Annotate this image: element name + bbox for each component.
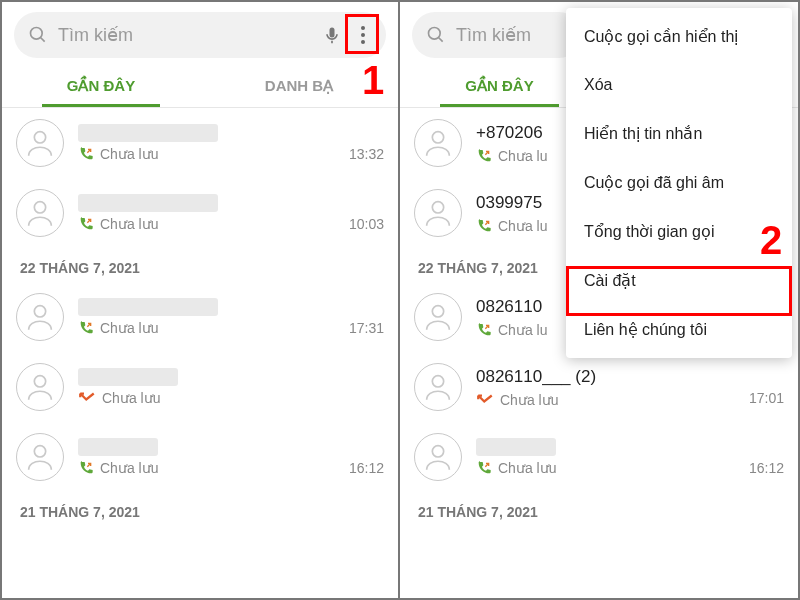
svg-point-4 xyxy=(361,26,365,30)
call-sub: Chưa lưu xyxy=(102,390,160,406)
call-name xyxy=(78,368,178,386)
search-bar[interactable]: Tìm kiếm xyxy=(14,12,386,58)
svg-point-7 xyxy=(34,132,45,143)
tab-recent[interactable]: GẦN ĐÂY xyxy=(2,64,200,107)
avatar-icon xyxy=(16,119,64,167)
svg-line-13 xyxy=(439,38,443,42)
menu-item-show-messages[interactable]: Hiển thị tin nhắn xyxy=(566,109,792,158)
call-name xyxy=(78,124,218,142)
call-sub: Chưa lưu xyxy=(498,460,556,476)
menu-item-delete[interactable]: Xóa xyxy=(566,61,792,109)
overflow-menu-icon[interactable] xyxy=(350,25,376,45)
date-header: 21 THÁNG 7, 2021 xyxy=(2,492,398,526)
call-row[interactable]: Chưa lưu 16:12 xyxy=(2,422,398,492)
menu-item-total-call-time[interactable]: Tổng thời gian gọi xyxy=(566,207,792,256)
svg-point-6 xyxy=(361,40,365,44)
menu-item-recorded-calls[interactable]: Cuộc gọi đã ghi âm xyxy=(566,158,792,207)
svg-point-10 xyxy=(34,376,45,387)
call-name xyxy=(78,438,158,456)
svg-point-9 xyxy=(34,306,45,317)
call-sub: Chưa lưu xyxy=(500,392,558,408)
avatar-icon xyxy=(16,189,64,237)
svg-point-8 xyxy=(34,202,45,213)
call-outgoing-icon xyxy=(78,216,94,232)
avatar-icon xyxy=(16,363,64,411)
call-outgoing-icon xyxy=(476,218,492,234)
svg-point-15 xyxy=(432,202,443,213)
call-name xyxy=(78,298,218,316)
call-time: 16:12 xyxy=(749,438,784,476)
call-row[interactable]: Chưa lưu 10:03 xyxy=(2,178,398,248)
search-icon xyxy=(28,25,48,45)
date-header: 22 THÁNG 7, 2021 xyxy=(2,248,398,282)
svg-point-0 xyxy=(31,28,43,40)
call-outgoing-icon xyxy=(476,148,492,164)
call-missed-icon xyxy=(476,392,494,408)
avatar-icon xyxy=(414,433,462,481)
call-list: Chưa lưu 13:32 Chưa lưu xyxy=(2,108,398,526)
call-sub: Chưa lưu xyxy=(100,216,158,232)
search-bar[interactable]: Tìm kiếm xyxy=(412,12,582,58)
call-time: 17:01 xyxy=(749,368,784,406)
svg-point-16 xyxy=(432,306,443,317)
pane-step1: Tìm kiếm GẦN ĐÂY DANH BẠ xyxy=(2,2,400,598)
call-row[interactable]: Chưa lưu 13:32 xyxy=(2,108,398,178)
overflow-menu: Cuộc gọi cần hiển thị Xóa Hiển thị tin n… xyxy=(566,8,792,358)
call-sub: Chưa lưu xyxy=(100,320,158,336)
svg-point-5 xyxy=(361,33,365,37)
call-sub: Chưa lưu xyxy=(100,460,158,476)
call-sub: Chưa lưu xyxy=(100,146,158,162)
call-name xyxy=(78,194,218,212)
tab-contacts[interactable]: DANH BẠ xyxy=(200,64,398,107)
menu-item-contact-us[interactable]: Liên hệ chúng tôi xyxy=(566,305,792,354)
menu-item-calls-to-show[interactable]: Cuộc gọi cần hiển thị xyxy=(566,12,792,61)
avatar-icon xyxy=(414,189,462,237)
call-sub: Chưa lu xyxy=(498,148,547,164)
call-outgoing-icon xyxy=(78,320,94,336)
avatar-icon xyxy=(16,433,64,481)
call-outgoing-icon xyxy=(78,460,94,476)
call-row[interactable]: Chưa lưu 16:12 xyxy=(400,422,798,492)
call-outgoing-icon xyxy=(476,322,492,338)
call-sub: Chưa lu xyxy=(498,218,547,234)
avatar-icon xyxy=(16,293,64,341)
call-time: 17:31 xyxy=(349,298,384,336)
svg-point-11 xyxy=(34,446,45,457)
tabs: GẦN ĐÂY DANH BẠ xyxy=(2,64,398,108)
call-row[interactable]: Chưa lưu 17:31 xyxy=(2,282,398,352)
search-placeholder: Tìm kiếm xyxy=(58,24,322,46)
search-icon xyxy=(426,25,446,45)
svg-point-18 xyxy=(432,446,443,457)
svg-point-12 xyxy=(429,28,441,40)
svg-line-1 xyxy=(41,38,45,42)
avatar-icon xyxy=(414,293,462,341)
call-time: 16:12 xyxy=(349,438,384,476)
call-row[interactable]: Chưa lưu xyxy=(2,352,398,422)
svg-point-17 xyxy=(432,376,443,387)
call-row[interactable]: 0826110___ (2) Chưa lưu 17:01 xyxy=(400,352,798,422)
mic-icon[interactable] xyxy=(322,25,342,45)
menu-item-settings[interactable]: Cài đặt xyxy=(566,256,792,305)
call-sub: Chưa lu xyxy=(498,322,547,338)
call-missed-icon xyxy=(78,390,96,406)
date-header: 21 THÁNG 7, 2021 xyxy=(400,492,798,526)
call-time: 10:03 xyxy=(349,194,384,232)
call-time: 13:32 xyxy=(349,124,384,162)
avatar-icon xyxy=(414,119,462,167)
search-placeholder: Tìm kiếm xyxy=(456,24,572,46)
call-name: 0826110___ (2) xyxy=(476,366,741,388)
call-name xyxy=(476,438,556,456)
pane-step2: Tìm kiếm GẦN ĐÂY +870206 Chưa lu xyxy=(400,2,798,598)
call-outgoing-icon xyxy=(476,460,492,476)
svg-point-14 xyxy=(432,132,443,143)
avatar-icon xyxy=(414,363,462,411)
call-outgoing-icon xyxy=(78,146,94,162)
svg-rect-2 xyxy=(330,28,335,38)
